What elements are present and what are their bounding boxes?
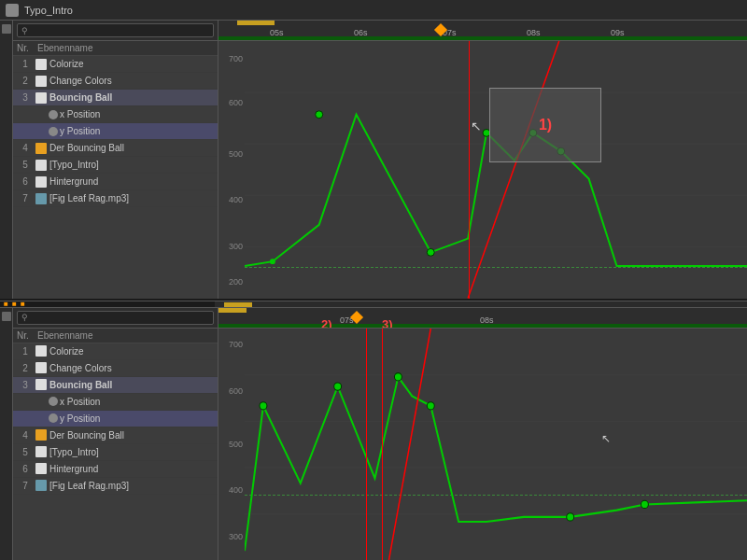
y-labels-2: 700 600 500 400 300 — [218, 329, 245, 560]
layer-list-1: ⚲ Nr. Ebenenname 1 Colorize 2 — [13, 21, 218, 299]
svg-point-20 — [641, 500, 648, 508]
layer-items-1: 1 Colorize 2 Change Colors 3 Bouncing Ba… — [13, 56, 218, 299]
layer-row-2-2[interactable]: 2 Change Colors — [13, 360, 218, 377]
panel-divider-dots: ■ ■ ■ — [4, 300, 26, 308]
svg-point-4 — [316, 111, 323, 119]
layer-icon-2-2 — [35, 362, 47, 373]
svg-point-19 — [567, 512, 574, 520]
graph-svg-2 — [245, 329, 747, 560]
layer-row-1-ypos[interactable]: y Position — [13, 123, 218, 140]
search-input-1[interactable] — [31, 25, 209, 35]
search-box-1[interactable]: ⚲ — [17, 23, 214, 37]
layer-header-nr-2: Nr. — [17, 330, 37, 341]
layer-row-1-2[interactable]: 2 Change Colors — [13, 73, 218, 90]
layer-row-1-xpos[interactable]: x Position — [13, 106, 218, 123]
eye-icon-1-xpos — [49, 110, 58, 119]
eye-icon-1-ypos — [49, 127, 58, 136]
search-icon-2: ⚲ — [21, 313, 28, 322]
search-box-2[interactable]: ⚲ — [17, 311, 214, 325]
layer-row-2-6[interactable]: 6 Hintergrund — [13, 461, 218, 478]
layer-icon-2-5 — [35, 446, 47, 457]
layer-icon-1-3 — [35, 92, 47, 104]
layer-row-2-4[interactable]: 4 Der Bouncing Ball — [13, 427, 218, 444]
search-input-2[interactable] — [31, 313, 209, 323]
layer-icon-2-1 — [35, 345, 47, 357]
panel-divider: ■ ■ ■ — [0, 301, 747, 308]
layer-row-1-4[interactable]: 4 Der Bouncing Ball — [13, 140, 218, 157]
timeline-area-1: 05s 06s 07s 08s 09s 700 600 500 400 300 — [218, 21, 747, 299]
layer-icon-1-7 — [35, 193, 47, 204]
layer-row-2-1[interactable]: 1 Colorize — [13, 343, 218, 360]
layer-icon-2-3 — [35, 379, 47, 390]
search-icon-1: ⚲ — [21, 26, 28, 35]
layer-row-2-5[interactable]: 5 [Typo_Intro] — [13, 444, 218, 461]
layer-row-1-5[interactable]: 5 [Typo_Intro] — [13, 157, 218, 174]
svg-point-5 — [427, 248, 434, 256]
left-icon-strip-1 — [0, 21, 13, 299]
layer-row-1-3[interactable]: 3 Bouncing Ball — [13, 90, 218, 106]
strip-icon-1 — [2, 24, 11, 34]
layer-row-2-ypos[interactable]: y Position — [13, 411, 218, 427]
layer-header-name-2: Ebenenname — [37, 330, 93, 341]
layer-toolbar-2: ⚲ — [13, 308, 218, 329]
layer-row-2-xpos[interactable]: x Position — [13, 394, 218, 411]
layer-row-1-6[interactable]: 6 Hintergrund — [13, 174, 218, 190]
layer-icon-1-6 — [35, 176, 47, 188]
layer-items-2: 1 Colorize 2 Change Colors 3 Bouncing Ba… — [13, 343, 218, 560]
tracks-bg-2: 700 600 500 400 300 — [218, 329, 747, 560]
layer-row-2-7[interactable]: 7 [Fig Leaf Rag.mp3] — [13, 478, 218, 495]
tracks-bg-1: 700 600 500 400 300 200 — [218, 41, 747, 299]
svg-point-17 — [394, 372, 402, 380]
annotation-text-1: 1) — [539, 117, 552, 133]
layer-icon-2-4 — [35, 429, 47, 441]
left-icon-strip-2 — [0, 308, 13, 560]
green-bar-top-1 — [218, 36, 747, 40]
y-labels-1: 700 600 500 400 300 200 — [218, 41, 245, 299]
svg-point-16 — [334, 383, 342, 390]
timeline-orange-bar-2 — [218, 308, 247, 313]
timeline-ruler-2: 07s 08s 2) 3) — [218, 308, 747, 329]
strip-icon-2 — [2, 312, 11, 321]
app-title: Typo_Intro — [24, 5, 73, 16]
svg-point-9 — [270, 259, 275, 264]
layer-icon-2-6 — [35, 463, 47, 474]
layer-icon-1-5 — [35, 160, 47, 171]
layer-icon-1-2 — [35, 76, 47, 87]
layer-row-1-1[interactable]: 1 Colorize — [13, 56, 218, 73]
annotation-box-1: 1) — [489, 88, 601, 162]
panel-1: ⚲ Nr. Ebenenname 1 Colorize 2 — [0, 21, 747, 301]
timeline-area-2: 07s 08s 2) 3) 700 600 500 400 300 — [218, 308, 747, 560]
layer-icon-1-4 — [35, 143, 47, 154]
layer-header-nr-1: Nr. — [17, 43, 37, 53]
timeline-marker-bar-1 — [237, 21, 275, 25]
layer-row-2-3[interactable]: 3 Bouncing Ball — [13, 377, 218, 394]
layer-list-2: ⚲ Nr. Ebenenname 1 Colorize 2 Change Col… — [13, 308, 218, 560]
eye-icon-2-ypos — [49, 413, 58, 423]
svg-point-15 — [260, 401, 267, 409]
graph-svg-1 — [245, 41, 747, 299]
layer-icon-1-1 — [35, 59, 47, 70]
layer-header-name-1: Ebenenname — [37, 43, 93, 53]
green-bar-top-2 — [218, 324, 747, 328]
app-icon — [6, 4, 19, 17]
layer-header-2: Nr. Ebenenname — [13, 329, 218, 343]
panels-container: ⚲ Nr. Ebenenname 1 Colorize 2 — [0, 21, 747, 560]
annotation-2-label: 2) — [321, 317, 332, 329]
timeline-ruler-1: 05s 06s 07s 08s 09s — [218, 21, 747, 41]
layer-header-1: Nr. Ebenenname — [13, 41, 218, 56]
panel-2: ⚲ Nr. Ebenenname 1 Colorize 2 Change Col… — [0, 308, 747, 560]
top-bar: Typo_Intro — [0, 0, 747, 21]
svg-point-18 — [427, 401, 434, 409]
layer-icon-2-7 — [35, 480, 47, 491]
annotation-3-label: 3) — [382, 317, 393, 329]
layer-row-1-7[interactable]: 7 [Fig Leaf Rag.mp3] — [13, 190, 218, 207]
eye-icon-2-xpos — [49, 397, 58, 406]
layer-toolbar-1: ⚲ — [13, 21, 218, 41]
divider-orange-bar — [224, 302, 252, 307]
